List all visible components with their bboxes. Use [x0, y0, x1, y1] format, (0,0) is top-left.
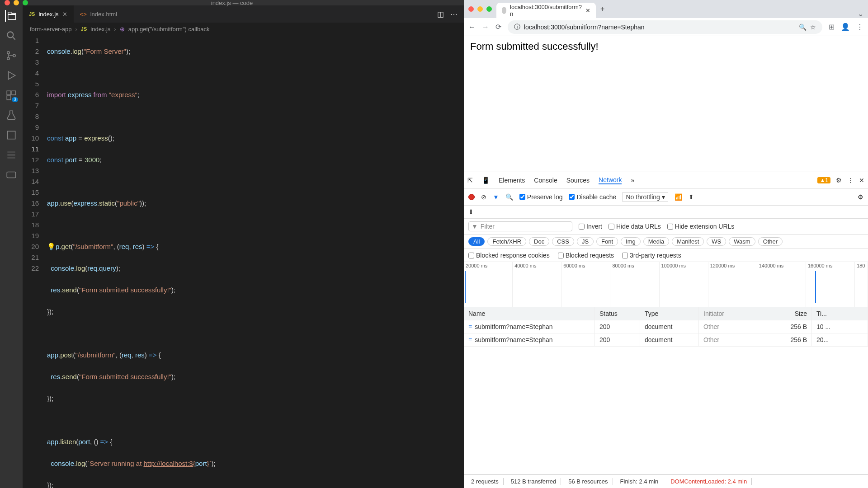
chip-ws[interactable]: WS — [707, 237, 726, 246]
tab-network[interactable]: Network — [599, 176, 622, 184]
chip-wasm[interactable]: Wasm — [729, 237, 755, 246]
activity-bar: 3 1 — [0, 5, 23, 488]
star-icon[interactable]: ☆ — [810, 23, 816, 31]
devtools-status: 2 requests 512 B transferred 56 B resour… — [464, 474, 868, 488]
extensions-icon[interactable]: ⊞ — [829, 23, 835, 31]
close-icon[interactable]: ✕ — [62, 11, 67, 18]
import-icon[interactable]: ⬆ — [689, 193, 694, 201]
chip-js[interactable]: JS — [577, 237, 594, 246]
explorer-icon[interactable] — [5, 10, 17, 22]
hide-exturls-checkbox[interactable]: Hide extension URLs — [667, 223, 735, 230]
blocked-cookies-checkbox[interactable]: Blocked response cookies — [468, 252, 550, 259]
maximize-icon[interactable] — [23, 0, 28, 5]
chevron-down-icon[interactable]: ⌄ — [858, 9, 863, 18]
more-tabs-icon[interactable]: » — [631, 177, 634, 184]
breadcrumb[interactable]: form-server-app› JSindex.js› ⊕app.get("/… — [23, 23, 464, 35]
chip-doc[interactable]: Doc — [529, 237, 549, 246]
js-file-icon: JS — [29, 11, 35, 17]
blocked-requests-checkbox[interactable]: Blocked requests — [558, 252, 614, 259]
preserve-log-checkbox[interactable]: Preserve log — [519, 193, 563, 201]
record-button[interactable] — [468, 194, 475, 200]
forward-icon[interactable]: → — [482, 23, 489, 31]
sidebar-item-2[interactable] — [5, 149, 17, 161]
browser-tab[interactable]: localhost:3000/submitform?n ✕ — [496, 3, 596, 18]
split-editor-icon[interactable]: ◫ — [437, 10, 444, 19]
breadcrumb-item[interactable]: index.js — [90, 26, 110, 33]
gear-icon[interactable]: ⚙ — [836, 177, 842, 184]
more-icon[interactable]: ⋮ — [847, 177, 854, 184]
chip-other[interactable]: Other — [758, 237, 783, 246]
hide-dataurls-checkbox[interactable]: Hide data URLs — [609, 223, 661, 230]
throttling-select[interactable]: No throttling▾ — [623, 192, 668, 202]
chip-all[interactable]: All — [468, 237, 485, 246]
tab-label: index.html — [90, 11, 117, 18]
devtools-tabs: ⇱ 📱 Elements Console Sources Network » ▲… — [464, 172, 868, 188]
close-icon[interactable] — [468, 6, 474, 12]
chip-manifest[interactable]: Manifest — [672, 237, 704, 246]
menu-icon[interactable]: ⋮ — [856, 23, 863, 31]
address-bar[interactable]: ⓘ localhost:3000/submitform?name=Stephan… — [508, 20, 822, 34]
svg-point-2 — [7, 57, 9, 60]
table-row[interactable]: ≡submitform?name=Stephan 200 document Ot… — [464, 320, 868, 333]
chip-media[interactable]: Media — [643, 237, 669, 246]
sidebar-item[interactable] — [5, 129, 17, 141]
breadcrumb-item[interactable]: app.get("/submitform") callback — [128, 26, 210, 33]
tab-index-js[interactable]: JSindex.js✕ — [23, 5, 74, 23]
source-control-icon[interactable] — [5, 50, 17, 61]
chip-img[interactable]: Img — [621, 237, 641, 246]
search-icon[interactable]: 🔍 — [505, 193, 513, 201]
profile-icon[interactable]: 👤 — [841, 23, 850, 31]
filter-toggle-icon[interactable]: ▼ — [493, 193, 499, 201]
sidebar-item-3[interactable] — [5, 169, 17, 181]
code-content[interactable]: console.log("Form Server"); import expre… — [47, 35, 464, 488]
line-numbers: 12345678910111213141516171819202122 — [23, 35, 47, 488]
titlebar: index.js — code — [0, 0, 464, 5]
code-editor[interactable]: 12345678910111213141516171819202122 cons… — [23, 35, 464, 488]
table-header[interactable]: Name Status Type Initiator Size Ti... — [464, 307, 868, 320]
debug-icon[interactable] — [5, 70, 17, 81]
network-conditions-icon[interactable]: 📶 — [675, 193, 682, 201]
reload-icon[interactable]: ⟳ — [495, 23, 501, 31]
chip-fetch[interactable]: Fetch/XHR — [487, 237, 526, 246]
testing-icon[interactable] — [5, 109, 17, 121]
document-icon: ≡ — [468, 336, 472, 343]
chip-font[interactable]: Font — [596, 237, 618, 246]
thirdparty-checkbox[interactable]: 3rd-party requests — [622, 252, 681, 259]
tab-index-html[interactable]: <>index.html — [74, 5, 123, 23]
download-icon[interactable]: ⬇ — [468, 208, 474, 216]
back-icon[interactable]: ← — [468, 23, 476, 31]
editor-tabs: JSindex.js✕ <>index.html ◫ ⋯ — [23, 5, 464, 23]
svg-point-0 — [7, 32, 13, 38]
search-icon[interactable] — [5, 30, 17, 42]
clear-icon[interactable]: ⊘ — [481, 193, 486, 201]
tab-elements[interactable]: Elements — [499, 177, 525, 184]
tab-title: localhost:3000/submitform?n — [510, 4, 582, 17]
breadcrumb-item[interactable]: form-server-app — [30, 26, 71, 33]
inspect-icon[interactable]: ⇱ — [467, 177, 473, 184]
filter-input[interactable]: ▼ Filter — [468, 221, 572, 231]
site-info-icon[interactable]: ⓘ — [514, 23, 520, 31]
new-tab-icon[interactable]: + — [599, 3, 606, 15]
settings-icon[interactable]: ⚙ — [858, 193, 863, 201]
maximize-icon[interactable] — [486, 6, 492, 12]
traffic-lights[interactable] — [5, 0, 28, 5]
close-icon[interactable] — [5, 0, 10, 5]
network-timeline[interactable]: 20000 ms 40000 ms 60000 ms 80000 ms 1000… — [464, 262, 868, 307]
minimize-icon[interactable] — [14, 0, 19, 5]
traffic-lights[interactable] — [468, 6, 492, 12]
tab-sources[interactable]: Sources — [566, 177, 590, 184]
disable-cache-checkbox[interactable]: Disable cache — [569, 193, 616, 201]
more-icon[interactable]: ⋯ — [450, 10, 458, 19]
minimize-icon[interactable] — [477, 6, 483, 12]
table-row[interactable]: ≡submitform?name=Stephan 200 document Ot… — [464, 333, 868, 347]
extensions-icon[interactable]: 3 — [5, 89, 17, 101]
tab-console[interactable]: Console — [534, 177, 557, 184]
close-devtools-icon[interactable]: ✕ — [859, 177, 864, 184]
warnings-badge[interactable]: ▲1 — [817, 177, 830, 183]
device-icon[interactable]: 📱 — [482, 177, 490, 184]
window-title: index.js — code — [211, 0, 253, 6]
chip-css[interactable]: CSS — [552, 237, 574, 246]
invert-checkbox[interactable]: Invert — [579, 223, 602, 230]
close-tab-icon[interactable]: ✕ — [585, 7, 590, 14]
zoom-icon[interactable]: 🔍 — [799, 23, 807, 31]
